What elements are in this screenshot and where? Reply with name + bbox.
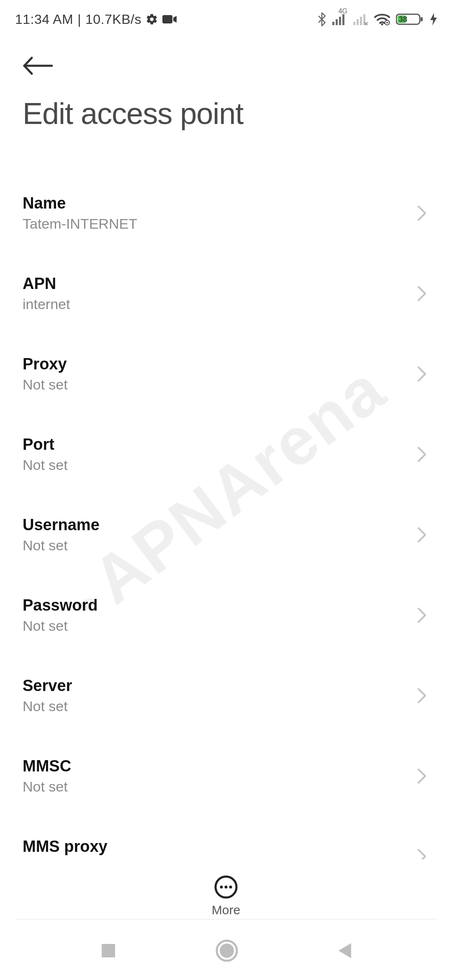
chevron-right-icon [417, 607, 427, 624]
chevron-right-icon [417, 446, 427, 463]
svg-point-18 [229, 886, 232, 889]
setting-label: Server [23, 677, 72, 695]
setting-row[interactable]: ProxyNot set [23, 338, 429, 410]
setting-row[interactable]: MMSCNot set [23, 740, 429, 812]
setting-label: MMS proxy [23, 838, 108, 856]
setting-value: internet [23, 296, 70, 312]
chevron-right-icon [417, 768, 427, 784]
svg-rect-4 [342, 14, 344, 25]
camera-icon [162, 14, 177, 24]
setting-label: MMSC [23, 757, 71, 775]
chevron-right-icon [417, 205, 427, 222]
setting-value: Not set [23, 698, 72, 714]
signal-nosim-icon [353, 13, 368, 25]
svg-rect-7 [360, 17, 362, 25]
setting-row-texts: MMSCNot set [23, 757, 71, 795]
svg-point-9 [381, 23, 383, 26]
svg-rect-0 [162, 15, 172, 23]
setting-value: Not set [23, 618, 98, 634]
chevron-right-icon [417, 285, 427, 302]
back-nav-button[interactable] [336, 941, 353, 960]
svg-rect-3 [339, 17, 341, 25]
svg-rect-6 [357, 19, 359, 25]
svg-rect-12 [421, 17, 423, 21]
chevron-right-icon [417, 526, 427, 543]
recent-apps-button[interactable] [99, 941, 118, 960]
setting-value: Not set [23, 859, 108, 859]
setting-label: Password [23, 596, 98, 614]
svg-rect-19 [102, 944, 115, 957]
bottom-divider [15, 919, 437, 920]
setting-value: Not set [23, 457, 68, 473]
four-g-badge: 4G [339, 8, 347, 15]
page-title: Edit access point [23, 96, 429, 131]
chevron-right-icon [417, 687, 427, 704]
setting-row-texts: MMS proxyNot set [23, 838, 108, 859]
home-button[interactable] [215, 939, 239, 962]
battery-percent: 38 [399, 15, 407, 24]
signal-4g-icon: 4G [332, 13, 347, 25]
setting-row-texts: ServerNot set [23, 677, 72, 714]
bluetooth-icon [317, 12, 326, 26]
svg-rect-8 [363, 14, 365, 25]
svg-rect-5 [353, 22, 355, 25]
setting-row[interactable]: UsernameNot set [23, 498, 429, 571]
svg-point-21 [220, 944, 234, 958]
setting-row-texts: PortNot set [23, 436, 68, 473]
setting-label: APN [23, 275, 70, 293]
gear-icon [146, 13, 158, 26]
setting-row[interactable]: NameTatem-INTERNET [23, 177, 429, 250]
back-arrow-icon[interactable] [23, 56, 53, 75]
chevron-right-icon [417, 848, 427, 859]
setting-row-texts: ProxyNot set [23, 355, 68, 393]
status-right: 4G 38 [317, 12, 437, 26]
setting-value: Not set [23, 779, 71, 795]
more-label: More [212, 903, 240, 917]
svg-rect-1 [332, 22, 334, 25]
status-bar: 11:34 AM | 10.7KB/s 4G [0, 0, 452, 30]
status-separator: | [77, 12, 81, 27]
status-time: 11:34 AM [15, 12, 73, 27]
status-net-speed: 10.7KB/s [85, 12, 141, 27]
setting-label: Port [23, 436, 68, 454]
android-nav-bar [0, 921, 452, 980]
setting-row[interactable]: MMS proxyNot set [23, 820, 429, 859]
setting-row[interactable]: PortNot set [23, 418, 429, 491]
svg-point-17 [225, 886, 228, 889]
setting-row[interactable]: PasswordNot set [23, 579, 429, 652]
battery-icon: 38 [396, 13, 424, 26]
header: Edit access point [0, 30, 452, 131]
setting-value: Not set [23, 537, 100, 554]
setting-value: Tatem-INTERNET [23, 216, 137, 232]
bottom-bar: More [0, 875, 452, 917]
setting-row-texts: PasswordNot set [23, 596, 98, 634]
setting-label: Username [23, 516, 100, 534]
status-left: 11:34 AM | 10.7KB/s [15, 12, 177, 27]
chevron-right-icon [417, 366, 427, 382]
svg-point-16 [220, 886, 223, 889]
setting-row-texts: NameTatem-INTERNET [23, 194, 137, 232]
setting-row[interactable]: APNinternet [23, 257, 429, 330]
charging-bolt-icon [430, 13, 437, 26]
setting-label: Proxy [23, 355, 68, 373]
setting-row-texts: APNinternet [23, 275, 70, 312]
setting-label: Name [23, 194, 137, 212]
more-icon[interactable] [214, 875, 238, 899]
setting-row[interactable]: ServerNot set [23, 659, 429, 732]
setting-value: Not set [23, 377, 68, 393]
setting-row-texts: UsernameNot set [23, 516, 100, 554]
settings-list: NameTatem-INTERNETAPNinternetProxyNot se… [0, 177, 452, 859]
wifi-icon [374, 13, 390, 26]
svg-rect-2 [336, 19, 338, 25]
